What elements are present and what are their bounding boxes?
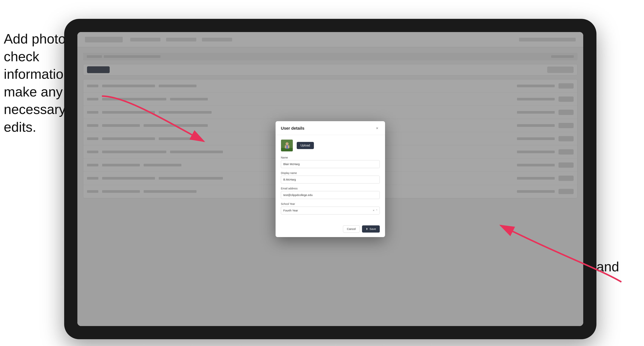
email-field-group: Email address: [281, 187, 380, 199]
svg-rect-7: [288, 145, 289, 148]
name-label: Name: [281, 156, 380, 159]
school-year-select-wrapper: First Year Second Year Third Year Fourth…: [281, 206, 380, 214]
svg-point-4: [286, 142, 288, 145]
upload-button[interactable]: Upload: [297, 142, 314, 149]
photo-image: [281, 140, 293, 151]
photo-section: Upload: [281, 140, 380, 152]
svg-rect-6: [285, 145, 286, 148]
modal-overlay: User details ×: [78, 32, 583, 326]
cancel-button[interactable]: Cancel: [343, 225, 360, 233]
name-field-group: Name: [281, 156, 380, 168]
save-label: Save: [370, 227, 376, 230]
tablet-frame: User details ×: [64, 19, 596, 339]
tablet-screen: User details ×: [78, 32, 583, 326]
email-label: Email address: [281, 187, 380, 190]
modal-title: User details: [281, 126, 304, 131]
user-details-modal: User details ×: [276, 121, 385, 237]
display-name-label: Display name: [281, 172, 380, 174]
modal-header: User details ×: [276, 121, 385, 135]
clear-icon[interactable]: ×: [373, 209, 374, 212]
display-name-input[interactable]: [281, 176, 380, 183]
save-icon: ⬆: [366, 227, 368, 230]
school-year-label: School Year: [281, 202, 380, 205]
save-button[interactable]: ⬆ Save: [362, 225, 380, 233]
modal-footer: Cancel ⬆ Save: [276, 222, 385, 237]
photo-thumbnail: [281, 140, 293, 152]
name-input[interactable]: [281, 160, 380, 168]
modal-body: Upload Name Display name Email addre: [276, 135, 385, 222]
modal-close-button[interactable]: ×: [374, 126, 380, 131]
school-year-select[interactable]: First Year Second Year Third Year Fourth…: [281, 206, 380, 214]
display-name-field-group: Display name: [281, 172, 380, 183]
email-input[interactable]: [281, 191, 380, 199]
school-year-field-group: School Year First Year Second Year Third…: [281, 202, 380, 214]
